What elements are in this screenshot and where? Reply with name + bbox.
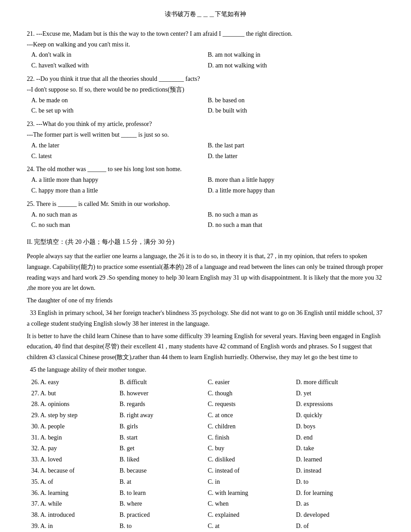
ans-32-D: D. take bbox=[296, 443, 385, 454]
ans-33-B: B. liked bbox=[120, 454, 208, 465]
answer-options-section: 26. A. easy B. difficult C. easier D. mo… bbox=[31, 377, 384, 532]
ans-row-31: 31. A. begin B. start C. finish D. end bbox=[31, 432, 384, 443]
q25-text: 25. There is ______ is called Mr. Smith … bbox=[27, 201, 170, 207]
ans-30-D: D. boys bbox=[296, 421, 385, 432]
ans-26-C: C. easier bbox=[208, 377, 296, 388]
ans-row-36: 36. A. learning B. to learn C. with lear… bbox=[31, 488, 384, 498]
q21-dialogue2: ---Keep on walking and you can't miss it… bbox=[27, 41, 130, 48]
passage-para4: It is better to have the child learn Chi… bbox=[27, 331, 384, 363]
q21-optA: A. don't walk in bbox=[31, 50, 208, 60]
ans-39-B: B. to bbox=[120, 521, 208, 532]
q21-optC: C. haven't walked with bbox=[31, 60, 208, 71]
q25-optC: C. no such man bbox=[31, 220, 208, 230]
ans-28-A: 28. A. opinions bbox=[31, 399, 120, 410]
ans-32-C: C. buy bbox=[208, 443, 296, 454]
ans-35-B: B. at bbox=[120, 477, 208, 487]
ans-39-C: C. at bbox=[208, 521, 296, 532]
page-content: 读书破万卷＿＿＿下笔如有神 21. ---Excuse me, Madam bu… bbox=[27, 9, 384, 532]
ans-33-D: D. learned bbox=[296, 454, 385, 465]
q25-optD: D. no such a man that bbox=[208, 220, 384, 230]
question-22: 22. --Do you think it true that all the … bbox=[27, 74, 384, 116]
ans-31-A: 31. A. begin bbox=[31, 432, 120, 443]
ans-26-D: D. more difficult bbox=[296, 377, 385, 388]
ans-27-A: 27. A. but bbox=[31, 388, 120, 399]
ans-33-A: 33. A. loved bbox=[31, 454, 120, 465]
passage-para1: People always say that the earlier one l… bbox=[27, 251, 384, 293]
question-24: 24. The old mother was ______ to see his… bbox=[27, 164, 384, 196]
section2-title: II. 完型填空：(共 20 小题；每小题 1.5 分，满分 30 分) bbox=[27, 237, 384, 247]
ans-38-A: 38. A. introduced bbox=[31, 510, 120, 520]
header-title: 读书破万卷＿＿＿下笔如有神 bbox=[165, 11, 246, 17]
ans-31-B: B. start bbox=[120, 432, 208, 443]
q21-optD: D. am not walking with bbox=[208, 60, 384, 71]
ans-34-C: C. instead of bbox=[208, 465, 296, 476]
ans-32-A: 32. A. pay bbox=[31, 443, 120, 454]
ans-row-35: 35. A. of B. at C. in D. to bbox=[31, 477, 384, 487]
question-25: 25. There is ______ is called Mr. Smith … bbox=[27, 199, 384, 230]
ans-36-B: B. to learn bbox=[120, 488, 208, 498]
q22-text: 22. --Do you think it true that all the … bbox=[27, 75, 200, 82]
ans-37-D: D. as bbox=[296, 498, 385, 509]
q25-optB: B. no such a man as bbox=[208, 209, 384, 220]
q23-dialogue2: ---The former part is well written but _… bbox=[27, 131, 169, 138]
q22-options: A. be made on B. be based on C. be set u… bbox=[31, 95, 384, 117]
q24-text: 24. The old mother was ______ to see his… bbox=[27, 166, 182, 172]
q22-optB: B. be based on bbox=[208, 95, 384, 106]
passage-para2: The daughter of one of my friends bbox=[27, 295, 384, 306]
ans-row-30: 30. A. people B. girls C. children D. bo… bbox=[31, 421, 384, 432]
ans-36-D: D. for learning bbox=[296, 488, 385, 498]
ans-35-D: D. to bbox=[296, 477, 385, 487]
q24-optB: B. more than a little happy bbox=[208, 175, 384, 185]
question-21: 21. ---Excuse me, Madam but is this the … bbox=[27, 29, 384, 71]
ans-30-C: C. children bbox=[208, 421, 296, 432]
ans-27-B: B. however bbox=[120, 388, 208, 399]
q25-options: A. no such man as B. no such a man as C.… bbox=[31, 209, 384, 231]
q22-optC: C. be set up with bbox=[31, 105, 208, 116]
ans-row-26: 26. A. easy B. difficult C. easier D. mo… bbox=[31, 377, 384, 388]
q23-options: A. the later B. the last part C. latest … bbox=[31, 140, 384, 162]
ans-29-B: B. right away bbox=[120, 410, 208, 421]
q23-text: 23. ---What do you think of my article, … bbox=[27, 121, 152, 127]
ans-row-33: 33. A. loved B. liked C. disliked D. lea… bbox=[31, 454, 384, 465]
q23-optA: A. the later bbox=[31, 140, 208, 151]
ans-32-B: B. get bbox=[120, 443, 208, 454]
passage-para3: 33 English in primary school, 34 her for… bbox=[27, 308, 384, 329]
q25-optA: A. no such man as bbox=[31, 209, 208, 220]
ans-26-A: 26. A. easy bbox=[31, 377, 120, 388]
ans-28-C: C. requests bbox=[208, 399, 296, 410]
ans-27-C: C. though bbox=[208, 388, 296, 399]
ans-row-27: 27. A. but B. however C. though D. yet bbox=[31, 388, 384, 399]
ans-26-B: B. difficult bbox=[120, 377, 208, 388]
ans-38-D: D. developed bbox=[296, 510, 385, 520]
ans-29-A: 29. A. step by step bbox=[31, 410, 120, 421]
ans-36-A: 36. A. learning bbox=[31, 488, 120, 498]
ans-28-D: D. expressions bbox=[296, 399, 385, 410]
q21-optB: B. am not walking in bbox=[208, 50, 384, 60]
ans-28-B: B. regards bbox=[120, 399, 208, 410]
ans-38-B: B. practiced bbox=[120, 510, 208, 520]
ans-row-37: 37. A. while B. where C. when D. as bbox=[31, 498, 384, 509]
ans-37-A: 37. A. while bbox=[31, 498, 120, 509]
q24-options: A. a little more than happy B. more than… bbox=[31, 175, 384, 196]
q22-optD: D. be built with bbox=[208, 105, 384, 116]
ans-29-C: C. at once bbox=[208, 410, 296, 421]
ans-38-C: C. explained bbox=[208, 510, 296, 520]
ans-row-32: 32. A. pay B. get C. buy D. take bbox=[31, 443, 384, 454]
question-23: 23. ---What do you think of my article, … bbox=[27, 119, 384, 161]
ans-31-C: C. finish bbox=[208, 432, 296, 443]
page-header: 读书破万卷＿＿＿下笔如有神 bbox=[27, 9, 384, 20]
ans-29-D: D. quickly bbox=[296, 410, 385, 421]
q22-dialogue2: --I don't suppose so. If so, there would… bbox=[27, 86, 184, 93]
passage-para5: 45 the language ability of their mother … bbox=[27, 364, 384, 375]
ans-30-A: 30. A. people bbox=[31, 421, 120, 432]
ans-row-34: 34. A. because of B. because C. instead … bbox=[31, 465, 384, 476]
q21-options: A. don't walk in B. am not walking in C.… bbox=[31, 50, 384, 71]
q24-optA: A. a little more than happy bbox=[31, 175, 208, 185]
q24-optD: D. a little more happy than bbox=[208, 185, 384, 196]
ans-27-D: D. yet bbox=[296, 388, 385, 399]
ans-31-D: D. end bbox=[296, 432, 385, 443]
ans-row-28: 28. A. opinions B. regards C. requests D… bbox=[31, 399, 384, 410]
q21-text: 21. ---Excuse me, Madam but is this the … bbox=[27, 30, 292, 37]
ans-35-A: 35. A. of bbox=[31, 477, 120, 487]
ans-30-B: B. girls bbox=[120, 421, 208, 432]
